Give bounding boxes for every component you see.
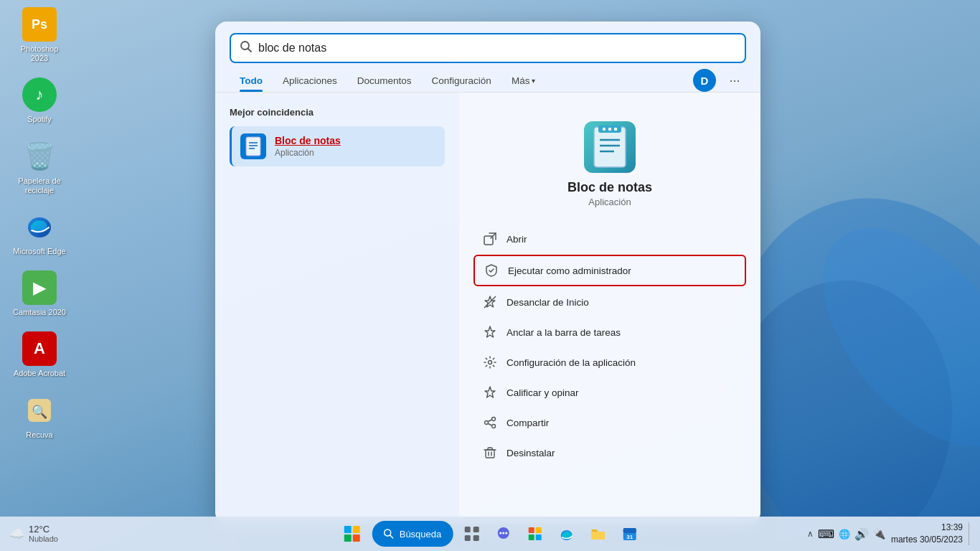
taskbar-right: ∧ ⌨ 🌐 🔊 🔌 13:39 martes 30/05/2023 xyxy=(807,522,971,546)
svg-rect-12 xyxy=(594,127,626,167)
tab-right-controls: D ··· xyxy=(693,69,746,92)
chat-button[interactable] xyxy=(490,521,516,547)
keyboard-icon[interactable]: ⌨ xyxy=(818,527,834,541)
volume-icon[interactable]: 🔊 xyxy=(854,527,869,541)
external-link-icon xyxy=(482,231,498,247)
search-input-wrapper[interactable] xyxy=(230,33,746,63)
svg-rect-46 xyxy=(528,534,534,540)
user-avatar[interactable]: D xyxy=(693,69,716,92)
desktop-icon-camtasia[interactable]: ▶ Camtasia 2020 xyxy=(11,270,68,317)
action-abrir-label: Abrir xyxy=(507,234,527,245)
network-icon[interactable]: 🔌 xyxy=(873,528,885,540)
taskbar-center: Búsqueda xyxy=(338,519,643,548)
explorer-button[interactable] xyxy=(585,521,611,547)
desktop-icon-edge[interactable]: Microsoft Edge xyxy=(11,209,68,256)
edge-taskbar-button[interactable] xyxy=(553,521,579,547)
tab-todo[interactable]: Todo xyxy=(230,70,273,92)
action-desanclar-inicio[interactable]: Desanclar de Inicio xyxy=(473,288,746,316)
desktop-icon-photoshop[interactable]: Ps Photoshop 2023 xyxy=(11,7,68,63)
calendar-icon: 31 xyxy=(621,526,637,542)
app-detail-name: Bloc de notas xyxy=(567,180,652,195)
action-ejecutar-admin[interactable]: Ejecutar como administrador xyxy=(473,255,746,286)
calendar-button[interactable]: 31 xyxy=(616,521,642,547)
weather-widget[interactable]: ☁️ 12°C Nublado xyxy=(9,524,58,545)
desktop-icon-spotify[interactable]: ♪ Spotify xyxy=(11,77,68,124)
desktop-icon-recycle[interactable]: 🗑️ Papelera de reciclaje xyxy=(11,139,68,195)
best-match-item[interactable]: Bloc de notas Aplicación xyxy=(230,126,445,166)
svg-point-26 xyxy=(485,421,489,425)
action-calificar[interactable]: Calificar y opinar xyxy=(473,378,746,407)
app-detail-type: Aplicación xyxy=(588,197,631,207)
clock-time: 13:39 xyxy=(941,522,963,534)
svg-rect-45 xyxy=(535,527,541,533)
search-taskbar-label: Búsqueda xyxy=(400,529,442,540)
svg-rect-38 xyxy=(464,535,470,541)
action-compartir[interactable]: Compartir xyxy=(473,408,746,437)
left-panel: Mejor coincidencia Bloc de notas Aplicac… xyxy=(215,93,459,524)
action-abrir[interactable]: Abrir xyxy=(473,225,746,253)
chat-icon xyxy=(495,526,511,542)
search-icon xyxy=(240,40,253,56)
desktop-icon-acrobat[interactable]: A Adobe Acrobat xyxy=(11,331,68,378)
action-configuracion-app[interactable]: Configuración de la aplicación xyxy=(473,348,746,377)
search-taskbar-icon xyxy=(384,529,394,539)
action-calificar-label: Calificar y opinar xyxy=(507,387,579,398)
tab-mas[interactable]: Más ▾ xyxy=(501,70,546,92)
best-match-text: Bloc de notas Aplicación xyxy=(275,135,341,158)
svg-rect-47 xyxy=(535,534,541,540)
tab-aplicaciones[interactable]: Aplicaciones xyxy=(273,70,347,92)
chevron-up-icon[interactable]: ∧ xyxy=(807,529,814,539)
action-anclar-barra-label: Anclar a la barra de tareas xyxy=(507,327,621,338)
app-large-icon xyxy=(584,121,636,173)
best-match-app-icon xyxy=(240,133,266,159)
search-content: Mejor coincidencia Bloc de notas Aplicac… xyxy=(215,93,760,524)
more-options-button[interactable]: ··· xyxy=(723,69,746,92)
desktop-icon-recuva[interactable]: 🔍 Recuva xyxy=(11,393,68,440)
action-desinstalar[interactable]: Desinstalar xyxy=(473,438,746,467)
explorer-icon xyxy=(590,526,606,542)
svg-line-28 xyxy=(489,420,492,422)
tab-documentos[interactable]: Documentos xyxy=(347,70,422,92)
svg-point-42 xyxy=(502,532,504,534)
search-bar-area xyxy=(215,22,760,63)
svg-point-25 xyxy=(492,418,496,421)
tab-configuracion[interactable]: Configuración xyxy=(422,70,501,92)
cloud-icon: ☁️ xyxy=(9,526,24,542)
weather-temp: 12°C xyxy=(29,524,58,535)
svg-point-43 xyxy=(505,532,507,534)
unpin-icon xyxy=(482,294,498,310)
action-anclar-barra[interactable]: Anclar a la barra de tareas xyxy=(473,318,746,347)
svg-line-29 xyxy=(489,424,492,426)
best-match-app-type: Aplicación xyxy=(275,148,341,158)
pin-icon xyxy=(482,324,498,340)
acrobat-label: Adobe Acrobat xyxy=(14,369,65,378)
trash-icon xyxy=(482,445,498,461)
svg-point-20 xyxy=(613,127,618,131)
action-desanclar-inicio-label: Desanclar de Inicio xyxy=(507,297,589,308)
svg-rect-44 xyxy=(528,527,534,533)
shield-icon xyxy=(484,263,499,278)
taskview-button[interactable] xyxy=(458,521,484,547)
right-panel: Bloc de notas Aplicación Abrir xyxy=(459,93,760,524)
svg-line-35 xyxy=(390,535,393,538)
svg-rect-36 xyxy=(464,527,470,532)
svg-text:🔍: 🔍 xyxy=(32,404,48,420)
app-name-text: Bloc de notas xyxy=(275,135,341,146)
spotify-label: Spotify xyxy=(27,115,52,124)
start-button[interactable] xyxy=(338,519,367,548)
section-title: Mejor coincidencia xyxy=(230,107,445,118)
search-taskbar-button[interactable]: Búsqueda xyxy=(372,521,453,547)
weather-condition: Nublado xyxy=(29,534,58,544)
show-desktop-button[interactable] xyxy=(969,522,971,545)
search-input[interactable] xyxy=(258,42,736,55)
svg-point-41 xyxy=(499,532,501,534)
svg-rect-37 xyxy=(473,527,479,532)
photoshop-label: Photoshop 2023 xyxy=(11,44,68,63)
best-match-app-name: Bloc de notas xyxy=(275,135,341,146)
language-icon[interactable]: 🌐 xyxy=(839,529,850,540)
recycle-label: Papelera de reciclaje xyxy=(11,176,68,195)
clock-area[interactable]: 13:39 martes 30/05/2023 xyxy=(891,522,963,546)
store-button[interactable] xyxy=(522,521,547,547)
clock-date: martes 30/05/2023 xyxy=(891,534,963,546)
action-desinstalar-label: Desinstalar xyxy=(507,448,555,458)
